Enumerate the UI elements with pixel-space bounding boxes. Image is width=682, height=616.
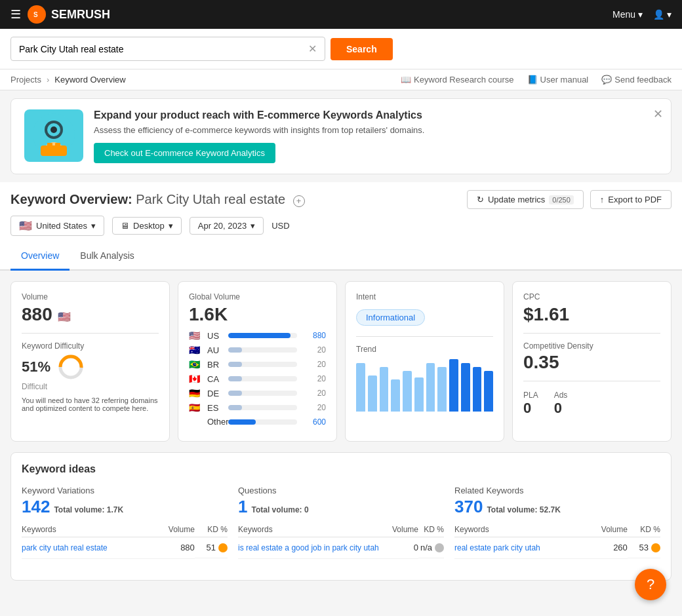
questions-table: Keywords Volume KD % is real estate a go… xyxy=(238,522,444,559)
variations-col: Keyword Variations 142 Total volume: 1.7… xyxy=(22,486,228,559)
promo-banner: Expand your product reach with E-commerc… xyxy=(10,98,672,174)
ads-item: Ads 0 xyxy=(554,389,568,417)
variations-kw-header: Keywords xyxy=(22,522,154,537)
global-volume-label: Global Volume xyxy=(189,292,326,301)
breadcrumb-projects[interactable]: Projects xyxy=(10,75,41,85)
page-title-row: Keyword Overview: Park City Utah real es… xyxy=(10,190,672,209)
svg-rect-8 xyxy=(55,143,60,149)
header-actions: Menu ▾ 👤 ▾ xyxy=(612,9,672,20)
banner-subtitle: Assess the efficiency of e-commerce keyw… xyxy=(94,125,658,135)
intent-label: Intent xyxy=(356,292,493,301)
trend-bar xyxy=(380,367,389,412)
banner-close-icon[interactable]: ✕ xyxy=(653,107,663,121)
intent-card: Intent Informational Trend xyxy=(345,281,504,442)
trend-bar xyxy=(403,371,412,412)
questions-label: Questions xyxy=(238,486,444,495)
search-input[interactable] xyxy=(19,44,308,54)
user-button[interactable]: 👤 ▾ xyxy=(653,9,672,20)
cards-grid: Volume 880 🇺🇸 Keyword Difficulty 51% Dif… xyxy=(0,271,682,452)
global-volume-row: 🇩🇪 DE 20 xyxy=(189,388,326,398)
svg-point-5 xyxy=(50,126,57,133)
questions-col: Questions 1 Total volume: 0 Keywords Vol… xyxy=(238,486,444,559)
tab-bulk-analysis[interactable]: Bulk Analysis xyxy=(70,242,144,271)
trend-bar xyxy=(391,379,400,412)
ideas-grid: Keyword Variations 142 Total volume: 1.7… xyxy=(22,486,660,559)
search-input-wrap: ✕ xyxy=(10,37,325,61)
page-title-actions: ↻ Update metrics 0/250 ↑ Export to PDF xyxy=(467,190,672,209)
questions-vol-header: Volume xyxy=(390,522,418,537)
kd-donut xyxy=(57,353,85,381)
pla-ads-row: PLA 0 Ads 0 xyxy=(523,389,660,417)
volume-flag-icon: 🇺🇸 xyxy=(58,311,71,322)
filters-row: 🇺🇸 United States ▾ 🖥 Desktop ▾ Apr 20, 2… xyxy=(0,209,682,242)
questions-kd-header: KD % xyxy=(418,522,444,537)
page-title: Keyword Overview: Park City Utah real es… xyxy=(10,192,305,207)
device-filter[interactable]: 🖥 Desktop ▾ xyxy=(112,217,182,235)
global-volume-card: Global Volume 1.6K 🇺🇸 US 880 🇦🇺 AU 20 🇧🇷… xyxy=(178,281,337,442)
banner-content: Expand your product reach with E-commerc… xyxy=(94,109,658,163)
variations-count: 142 xyxy=(22,497,50,517)
keyword-title: Park City Utah real estate xyxy=(136,192,285,206)
related-table: Keywords Volume KD % real estate park ci… xyxy=(454,522,660,559)
keyword-link[interactable]: real estate park city utah xyxy=(454,543,540,552)
update-metrics-button[interactable]: ↻ Update metrics 0/250 xyxy=(467,190,584,209)
global-volume-rows: 🇺🇸 US 880 🇦🇺 AU 20 🇧🇷 BR 20 🇨🇦 CA xyxy=(189,330,326,427)
tabs: Overview Bulk Analysis xyxy=(0,242,682,271)
breadcrumb-links: 📖 Keyword Research course 📘 User manual … xyxy=(401,75,672,85)
clear-icon[interactable]: ✕ xyxy=(308,43,317,55)
questions-total: Total volume: 0 xyxy=(251,505,308,514)
trend-bar xyxy=(414,377,424,412)
related-kd-header: KD % xyxy=(628,522,660,537)
kd-indicator xyxy=(218,543,228,552)
date-filter[interactable]: Apr 20, 2023 ▾ xyxy=(190,217,264,235)
variations-kd-header: KD % xyxy=(195,522,228,537)
table-row: is real estate a good job in park city u… xyxy=(238,537,444,559)
header: ☰ S SEMRUSH Menu ▾ 👤 ▾ xyxy=(0,0,682,29)
trend-bar xyxy=(437,367,447,412)
menu-button[interactable]: Menu ▾ xyxy=(612,9,643,20)
trend-bar xyxy=(449,359,458,412)
send-feedback-link[interactable]: 💬 Send feedback xyxy=(601,75,672,85)
related-col: Related Keywords 370 Total volume: 52.7K… xyxy=(454,486,660,559)
variations-label: Keyword Variations xyxy=(22,486,228,495)
trend-chart xyxy=(356,359,493,412)
update-badge: 0/250 xyxy=(549,195,574,204)
trend-bar xyxy=(473,367,482,412)
breadcrumb: Projects › Keyword Overview 📖 Keyword Re… xyxy=(0,69,682,90)
breadcrumb-current: Keyword Overview xyxy=(54,75,125,85)
keyword-link[interactable]: park city utah real estate xyxy=(22,543,108,552)
variations-vol-header: Volume xyxy=(154,522,195,537)
kd-row: 51% xyxy=(22,353,159,381)
volume-value: 880 🇺🇸 xyxy=(22,304,159,325)
table-row: real estate park city utah 260 53 xyxy=(454,537,660,559)
svg-rect-6 xyxy=(41,145,67,156)
kd-level: Difficult xyxy=(22,382,159,391)
logo-text: SEMRUSH xyxy=(51,8,110,22)
keyword-ideas-section: Keyword ideas Keyword Variations 142 Tot… xyxy=(10,452,672,581)
semrush-logo-icon: S xyxy=(28,5,46,24)
table-row: park city utah real estate 880 51 xyxy=(22,537,228,559)
global-volume-value: 1.6K xyxy=(189,304,326,325)
ads-value: 0 xyxy=(554,400,568,417)
svg-rect-7 xyxy=(47,143,52,149)
global-volume-row: Other 600 xyxy=(189,417,326,427)
add-keyword-icon[interactable]: + xyxy=(293,195,305,207)
pla-label: PLA xyxy=(523,391,538,400)
country-filter[interactable]: 🇺🇸 United States ▾ xyxy=(10,216,104,236)
tab-overview[interactable]: Overview xyxy=(10,242,70,271)
hamburger-icon[interactable]: ☰ xyxy=(10,7,21,22)
keyword-research-course-link[interactable]: 📖 Keyword Research course xyxy=(401,75,513,85)
trend-bar xyxy=(356,363,365,412)
global-volume-row: 🇨🇦 CA 20 xyxy=(189,374,326,384)
banner-cta-button[interactable]: Check out E-commerce Keyword Analytics xyxy=(94,143,275,163)
keyword-link[interactable]: is real estate a good job in park city u… xyxy=(238,543,379,552)
trend-bar xyxy=(426,363,435,412)
trend-bar xyxy=(484,371,493,412)
volume-card: Volume 880 🇺🇸 Keyword Difficulty 51% Dif… xyxy=(10,281,170,442)
pla-item: PLA 0 xyxy=(523,389,538,417)
questions-count: 1 xyxy=(238,497,247,517)
search-button[interactable]: Search xyxy=(331,38,393,60)
user-manual-link[interactable]: 📘 User manual xyxy=(527,75,589,85)
export-pdf-button[interactable]: ↑ Export to PDF xyxy=(590,190,672,209)
volume-label: Volume xyxy=(22,292,159,301)
